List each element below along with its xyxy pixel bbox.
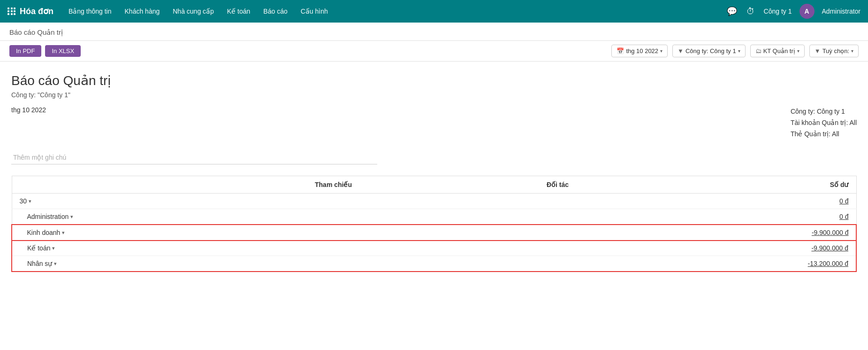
chat-icon[interactable]: 💬 (726, 6, 738, 17)
row-ketoan-label[interactable]: Kế toán (27, 244, 50, 252)
row-nhansu-sodu: -13.200.000 đ (704, 256, 856, 272)
table-row: Kinh doanh ▾ -9.900.000 đ (12, 225, 856, 241)
filter-icon: ▼ (678, 47, 684, 54)
row-30-thamchieu (307, 194, 539, 209)
custom-filter-button[interactable]: ▼ Tuỳ chọn: ▾ (809, 45, 859, 57)
row-ketoan-doitac (539, 241, 704, 256)
report-title: Báo cáo Quản trị (11, 73, 857, 88)
page-header: Báo cáo Quản trị (0, 23, 868, 41)
caret-icon: ▾ (29, 198, 31, 204)
row-kinhdoanh-sodu: -9.900.000 đ (704, 225, 856, 241)
row-kinhdoanh-doitac (539, 225, 704, 241)
company-label: Công ty 1 (764, 8, 792, 15)
date-filter-label: thg 10 2022 (626, 47, 658, 54)
toolbar: In PDF In XLSX 📅 thg 10 2022 ▾ ▼ Công ty… (0, 41, 868, 62)
row-nhansu-thamchieu (307, 256, 539, 272)
kt-filter-button[interactable]: 🗂 KT Quản trị ▾ (750, 45, 805, 57)
kt-icon: 🗂 (755, 47, 761, 54)
report-company-name: Công ty: "Công ty 1" (11, 91, 857, 99)
row-ketoan-thamchieu (307, 241, 539, 256)
company-filter-label: Công ty: Công ty 1 (685, 47, 736, 54)
caret-icon: ▾ (52, 245, 55, 251)
row-label-cell: Kế toán ▾ (12, 241, 307, 256)
filter-group: 📅 thg 10 2022 ▾ ▼ Công ty: Công ty 1 ▾ 🗂… (611, 45, 859, 57)
row-30-sodu: 0 đ (704, 194, 856, 209)
date-dropdown-arrow: ▾ (660, 48, 662, 54)
top-navbar: Hóa đơn Bảng thông tin Khách hàng Nhà cu… (0, 0, 868, 23)
report-info-right: Công ty: Công ty 1 Tài khoản Quản trị: A… (791, 106, 857, 140)
col-header-thamchieu: Tham chiếu (307, 176, 539, 194)
row-label-cell: Administration ▾ (12, 209, 307, 225)
row-label-cell: Nhân sự ▾ (12, 256, 307, 272)
row-nhansu-label[interactable]: Nhân sự (27, 260, 52, 267)
row-admin-doitac (539, 209, 704, 225)
table-row: 30 ▾ 0 đ (12, 194, 856, 209)
col-header-doitac: Đối tác (539, 176, 704, 194)
caret-icon: ▾ (54, 261, 57, 267)
avatar[interactable]: A (799, 4, 815, 19)
info-tag: Thẻ Quản trị: All (791, 129, 857, 140)
row-30-doitac (539, 194, 704, 209)
caret-icon: ▾ (70, 214, 73, 220)
report-content: Báo cáo Quản trị Công ty: "Công ty 1" th… (0, 62, 868, 272)
col-header-sodu: Số dư (704, 176, 856, 194)
company-dropdown-arrow: ▾ (738, 48, 740, 54)
row-label-cell: 30 ▾ (12, 194, 307, 209)
info-company: Công ty: Công ty 1 (791, 106, 857, 117)
brand[interactable]: Hóa đơn (8, 6, 53, 16)
col-header-label (12, 176, 307, 194)
caret-icon: ▾ (62, 230, 65, 236)
nav-menu: Bảng thông tin Khách hàng Nhà cung cấp K… (63, 5, 726, 18)
custom-filter-label: Tuỳ chọn: (822, 47, 849, 54)
nav-bangthongtin[interactable]: Bảng thông tin (63, 5, 117, 18)
nav-cauhinh[interactable]: Cấu hình (295, 5, 334, 18)
row-label-cell: Kinh doanh ▾ (12, 225, 307, 241)
row-30-label[interactable]: 30 (20, 197, 27, 205)
table-row: Nhân sự ▾ -13.200.000 đ (12, 256, 856, 272)
row-kinhdoanh-thamchieu (307, 225, 539, 241)
kt-filter-label: KT Quản trị (763, 47, 795, 54)
table-row: Administration ▾ 0 đ (12, 209, 856, 225)
row-admin-label[interactable]: Administration (27, 213, 69, 220)
brand-label: Hóa đơn (20, 6, 53, 16)
row-nhansu-doitac (539, 256, 704, 272)
grid-icon (8, 8, 16, 15)
kt-dropdown-arrow: ▾ (797, 48, 799, 54)
breadcrumb: Báo cáo Quản trị (9, 28, 63, 36)
clock-icon[interactable]: ⏱ (745, 6, 756, 17)
nav-khachhang[interactable]: Khách hàng (119, 5, 166, 18)
nav-right: 💬 ⏱ Công ty 1 A Administrator (726, 4, 860, 19)
report-date: thg 10 2022 (11, 106, 46, 114)
nav-baocao[interactable]: Báo cáo (258, 5, 293, 18)
nav-nhacungcap[interactable]: Nhà cung cấp (167, 5, 220, 18)
info-account: Tài khoản Quản trị: All (791, 117, 857, 129)
report-table: Tham chiếu Đối tác Số dư 30 ▾ 0 đ (11, 176, 857, 272)
row-admin-thamchieu (307, 209, 539, 225)
table-row: Kế toán ▾ -9.900.000 đ (12, 241, 856, 256)
xlsx-button[interactable]: In XLSX (45, 45, 81, 57)
custom-filter-icon: ▼ (815, 47, 821, 54)
custom-dropdown-arrow: ▾ (851, 48, 853, 54)
note-input[interactable] (11, 151, 377, 164)
nav-ketoan[interactable]: Kế toán (221, 5, 256, 18)
pdf-button[interactable]: In PDF (9, 45, 41, 57)
row-admin-sodu: 0 đ (704, 209, 856, 225)
company-filter-button[interactable]: ▼ Công ty: Công ty 1 ▾ (672, 45, 746, 57)
admin-label: Administrator (822, 8, 860, 15)
row-kinhdoanh-label[interactable]: Kinh doanh (27, 229, 61, 236)
date-filter-button[interactable]: 📅 thg 10 2022 ▾ (611, 45, 668, 57)
calendar-icon: 📅 (617, 47, 624, 54)
row-ketoan-sodu: -9.900.000 đ (704, 241, 856, 256)
report-meta-row: thg 10 2022 Công ty: Công ty 1 Tài khoản… (11, 106, 857, 140)
